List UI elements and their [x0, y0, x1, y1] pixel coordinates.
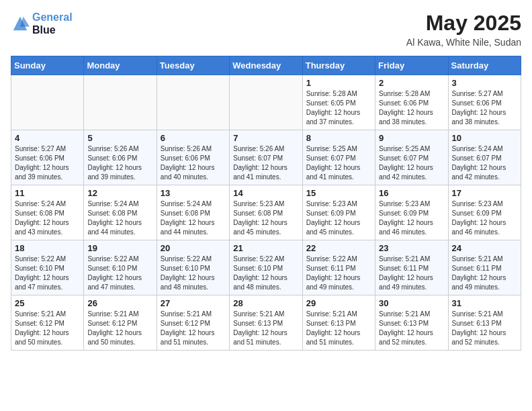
- calendar-day: 16Sunrise: 5:23 AM Sunset: 6:09 PM Dayli…: [375, 185, 448, 240]
- calendar-week-row: 4Sunrise: 5:27 AM Sunset: 6:06 PM Daylig…: [11, 130, 521, 185]
- calendar-day: 19Sunrise: 5:22 AM Sunset: 6:10 PM Dayli…: [84, 240, 157, 295]
- day-info: Sunrise: 5:21 AM Sunset: 6:12 PM Dayligh…: [161, 310, 226, 347]
- day-number: 11: [15, 188, 80, 198]
- day-number: 28: [233, 298, 298, 308]
- day-info: Sunrise: 5:22 AM Sunset: 6:10 PM Dayligh…: [87, 255, 152, 292]
- day-info: Sunrise: 5:25 AM Sunset: 6:07 PM Dayligh…: [379, 144, 444, 182]
- calendar-day: 26Sunrise: 5:21 AM Sunset: 6:12 PM Dayli…: [84, 295, 157, 351]
- calendar-day: 17Sunrise: 5:23 AM Sunset: 6:09 PM Dayli…: [448, 185, 521, 240]
- logo: General Blue: [11, 11, 73, 36]
- day-number: 26: [87, 298, 152, 308]
- day-number: 5: [87, 133, 152, 143]
- day-info: Sunrise: 5:22 AM Sunset: 6:10 PM Dayligh…: [233, 255, 298, 292]
- calendar-day: [84, 75, 157, 130]
- day-info: Sunrise: 5:26 AM Sunset: 6:07 PM Dayligh…: [233, 144, 298, 182]
- calendar-day: 10Sunrise: 5:24 AM Sunset: 6:07 PM Dayli…: [448, 130, 521, 185]
- calendar-day: 21Sunrise: 5:22 AM Sunset: 6:10 PM Dayli…: [230, 240, 302, 295]
- day-info: Sunrise: 5:26 AM Sunset: 6:06 PM Dayligh…: [87, 144, 152, 182]
- calendar-day: 25Sunrise: 5:21 AM Sunset: 6:12 PM Dayli…: [11, 295, 84, 351]
- day-number: 25: [15, 298, 80, 308]
- calendar-day: 1Sunrise: 5:28 AM Sunset: 6:05 PM Daylig…: [302, 75, 375, 130]
- day-info: Sunrise: 5:28 AM Sunset: 6:05 PM Dayligh…: [306, 89, 371, 127]
- day-number: 7: [233, 133, 298, 143]
- calendar-day: 9Sunrise: 5:25 AM Sunset: 6:07 PM Daylig…: [375, 130, 448, 185]
- calendar-day: 15Sunrise: 5:23 AM Sunset: 6:09 PM Dayli…: [302, 185, 375, 240]
- day-info: Sunrise: 5:21 AM Sunset: 6:11 PM Dayligh…: [452, 255, 517, 292]
- day-number: 19: [87, 243, 152, 253]
- day-info: Sunrise: 5:23 AM Sunset: 6:08 PM Dayligh…: [233, 199, 298, 237]
- day-info: Sunrise: 5:27 AM Sunset: 6:06 PM Dayligh…: [15, 144, 80, 182]
- calendar-day: 5Sunrise: 5:26 AM Sunset: 6:06 PM Daylig…: [84, 130, 157, 185]
- day-number: 9: [379, 133, 444, 143]
- weekday-header-sunday: Sunday: [11, 56, 84, 75]
- day-number: 27: [161, 298, 226, 308]
- day-info: Sunrise: 5:21 AM Sunset: 6:13 PM Dayligh…: [233, 310, 298, 347]
- calendar-week-row: 18Sunrise: 5:22 AM Sunset: 6:10 PM Dayli…: [11, 240, 521, 295]
- day-number: 6: [161, 133, 226, 143]
- calendar-day: 31Sunrise: 5:21 AM Sunset: 6:13 PM Dayli…: [448, 295, 521, 351]
- calendar-day: 8Sunrise: 5:25 AM Sunset: 6:07 PM Daylig…: [302, 130, 375, 185]
- weekday-header-wednesday: Wednesday: [230, 56, 302, 75]
- calendar-week-row: 11Sunrise: 5:24 AM Sunset: 6:08 PM Dayli…: [11, 185, 521, 240]
- day-number: 1: [306, 78, 371, 88]
- day-number: 24: [452, 243, 517, 253]
- logo-icon: [11, 14, 30, 33]
- day-info: Sunrise: 5:26 AM Sunset: 6:06 PM Dayligh…: [161, 144, 226, 182]
- calendar-day: [11, 75, 84, 130]
- calendar-day: 12Sunrise: 5:24 AM Sunset: 6:08 PM Dayli…: [84, 185, 157, 240]
- weekday-header-friday: Friday: [375, 56, 448, 75]
- day-info: Sunrise: 5:24 AM Sunset: 6:08 PM Dayligh…: [15, 199, 80, 237]
- day-number: 3: [452, 78, 517, 88]
- month-title: May 2025: [406, 11, 521, 36]
- day-number: 14: [233, 188, 298, 198]
- calendar-day: 3Sunrise: 5:27 AM Sunset: 6:06 PM Daylig…: [448, 75, 521, 130]
- day-info: Sunrise: 5:22 AM Sunset: 6:10 PM Dayligh…: [15, 255, 80, 292]
- calendar-day: 11Sunrise: 5:24 AM Sunset: 6:08 PM Dayli…: [11, 185, 84, 240]
- weekday-header-tuesday: Tuesday: [157, 56, 229, 75]
- weekday-header-thursday: Thursday: [302, 56, 375, 75]
- calendar-day: 18Sunrise: 5:22 AM Sunset: 6:10 PM Dayli…: [11, 240, 84, 295]
- day-number: 17: [452, 188, 517, 198]
- calendar-table: SundayMondayTuesdayWednesdayThursdayFrid…: [11, 56, 521, 351]
- day-number: 4: [15, 133, 80, 143]
- calendar-day: 6Sunrise: 5:26 AM Sunset: 6:06 PM Daylig…: [157, 130, 229, 185]
- day-info: Sunrise: 5:23 AM Sunset: 6:09 PM Dayligh…: [379, 199, 444, 237]
- day-number: 16: [379, 188, 444, 198]
- day-number: 22: [306, 243, 371, 253]
- day-number: 23: [379, 243, 444, 253]
- calendar-day: 22Sunrise: 5:22 AM Sunset: 6:11 PM Dayli…: [302, 240, 375, 295]
- calendar-day: 28Sunrise: 5:21 AM Sunset: 6:13 PM Dayli…: [230, 295, 302, 351]
- calendar-day: 23Sunrise: 5:21 AM Sunset: 6:11 PM Dayli…: [375, 240, 448, 295]
- day-info: Sunrise: 5:21 AM Sunset: 6:12 PM Dayligh…: [87, 310, 152, 347]
- day-info: Sunrise: 5:27 AM Sunset: 6:06 PM Dayligh…: [452, 89, 517, 127]
- calendar-day: [157, 75, 229, 130]
- day-info: Sunrise: 5:22 AM Sunset: 6:10 PM Dayligh…: [161, 255, 226, 292]
- day-info: Sunrise: 5:23 AM Sunset: 6:09 PM Dayligh…: [306, 199, 371, 237]
- calendar-day: 4Sunrise: 5:27 AM Sunset: 6:06 PM Daylig…: [11, 130, 84, 185]
- day-info: Sunrise: 5:23 AM Sunset: 6:09 PM Dayligh…: [452, 199, 517, 237]
- weekday-header-saturday: Saturday: [448, 56, 521, 75]
- calendar-week-row: 25Sunrise: 5:21 AM Sunset: 6:12 PM Dayli…: [11, 295, 521, 351]
- day-number: 10: [452, 133, 517, 143]
- day-info: Sunrise: 5:24 AM Sunset: 6:08 PM Dayligh…: [87, 199, 152, 237]
- logo-text-general: General: [32, 11, 73, 23]
- day-number: 31: [452, 298, 517, 308]
- day-info: Sunrise: 5:21 AM Sunset: 6:12 PM Dayligh…: [15, 310, 80, 347]
- calendar-day: 29Sunrise: 5:21 AM Sunset: 6:13 PM Dayli…: [302, 295, 375, 351]
- day-info: Sunrise: 5:24 AM Sunset: 6:07 PM Dayligh…: [452, 144, 517, 182]
- day-info: Sunrise: 5:21 AM Sunset: 6:11 PM Dayligh…: [379, 255, 444, 292]
- calendar-day: 24Sunrise: 5:21 AM Sunset: 6:11 PM Dayli…: [448, 240, 521, 295]
- day-info: Sunrise: 5:22 AM Sunset: 6:11 PM Dayligh…: [306, 255, 371, 292]
- calendar-day: 13Sunrise: 5:24 AM Sunset: 6:08 PM Dayli…: [157, 185, 229, 240]
- day-number: 15: [306, 188, 371, 198]
- calendar-day: 30Sunrise: 5:21 AM Sunset: 6:13 PM Dayli…: [375, 295, 448, 351]
- day-number: 13: [161, 188, 226, 198]
- calendar-day: [230, 75, 302, 130]
- calendar-day: 2Sunrise: 5:28 AM Sunset: 6:06 PM Daylig…: [375, 75, 448, 130]
- day-info: Sunrise: 5:21 AM Sunset: 6:13 PM Dayligh…: [306, 310, 371, 347]
- calendar-day: 7Sunrise: 5:26 AM Sunset: 6:07 PM Daylig…: [230, 130, 302, 185]
- location-title: Al Kawa, White Nile, Sudan: [406, 37, 521, 48]
- calendar-week-row: 1Sunrise: 5:28 AM Sunset: 6:05 PM Daylig…: [11, 75, 521, 130]
- day-info: Sunrise: 5:21 AM Sunset: 6:13 PM Dayligh…: [379, 310, 444, 347]
- day-number: 21: [233, 243, 298, 253]
